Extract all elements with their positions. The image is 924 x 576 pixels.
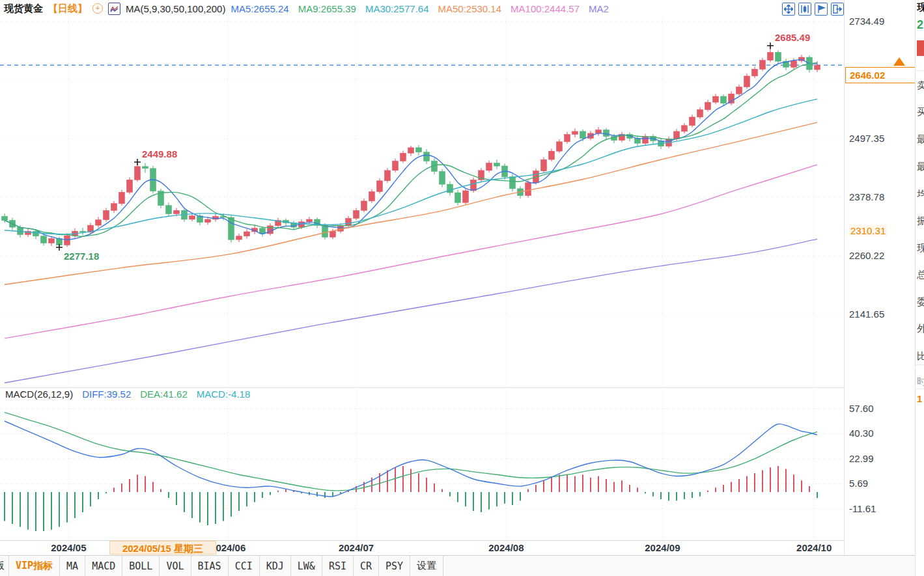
chart-header: 现货黄金 【日线】 + MA(5,9,30,50,100,200) MA5:26… [4,1,618,16]
svg-text:2449.88: 2449.88 [142,148,177,159]
add-compare-icon[interactable]: + [92,3,103,14]
time-axis-label: 2024/07 [327,542,385,553]
toolbar-tab-VIP指标[interactable]: VIP指标 [9,556,60,576]
toolbar-tab-KDJ[interactable]: KDJ [260,556,291,576]
macd-axis-label: 40.30 [849,428,874,439]
ma-value-label: MA9:2655.39 [298,3,356,14]
ma-settings-label[interactable]: MA(5,9,30,50,100,200) [126,3,225,14]
ma-value-label: MA100:2444.57 [511,3,580,14]
scale-icon[interactable] [798,3,811,16]
sidebar-row: 2 [917,18,923,32]
zigzag-icon [110,5,119,13]
ma-line-MA100 [5,165,817,338]
annotations-layer: 2449.882277.182685.49 [56,32,810,262]
macd-params-label[interactable]: MACD(26,12,9) [5,389,73,400]
price-up-arrow-icon [893,57,905,66]
svg-text:2685.49: 2685.49 [775,32,810,43]
toolbar-tab-BOLL[interactable]: BOLL [122,556,160,576]
macd-axis-label: -11.61 [849,503,876,514]
ma-line-MA200 [5,239,817,383]
sidebar-row: 卖 [917,79,924,92]
toolbar-tab-PSY[interactable]: PSY [379,556,410,576]
sidebar-row: 时 [917,376,924,388]
time-axis-label: 2024/08 [477,542,535,553]
axis-divider [844,0,845,576]
period-label[interactable]: 【日线】 [48,3,87,15]
toolbar-tab-设置[interactable]: 设置 [410,556,443,576]
price-axis-label: 2734.49 [849,16,884,27]
sidebar-row: 买 [917,106,924,118]
ma-values: MA5:2655.24MA9:2655.39MA30:2577.64MA50:2… [231,3,617,14]
quote-sidebar[interactable]: 现2卖买最最均振现总委外比时1 [915,0,924,576]
pane-divider [0,387,844,388]
sidebar-row: 均 [917,188,924,200]
time-axis-label: 2024/09 [633,542,692,553]
sidebar-row: 委 [917,296,924,309]
chart-app: 2449.882277.182685.49 现货黄金 【日线】 + MA(5,9… [0,0,924,576]
time-axis: 2024/052024/062024/072024/082024/092024/… [0,541,844,555]
toolbar-tab-MA[interactable]: MA [60,556,85,576]
macd-axis-label: 22.99 [849,453,874,464]
toolbar-tab-LW&[interactable]: LW& [291,556,322,576]
sidebar-price-badge [917,40,924,56]
ma-lines-layer [5,60,817,383]
crosshair-price-label: 2310.31 [849,225,887,236]
chart-type-icon[interactable] [108,3,120,15]
price-axis-label: 2378.78 [849,191,884,202]
macd-value: MACD:-4.18 [197,389,251,400]
toolbar-tab-CR[interactable]: CR [354,556,379,576]
time-axis-label: 2024/05 [39,542,98,553]
crosshair-date-label: 2024/05/15 星期三 [109,541,216,555]
macd-axis-label: 5.69 [849,478,868,489]
toolbar-tab-VOL[interactable]: VOL [160,556,191,576]
ma-value-label: MA2 [589,3,609,14]
sidebar-separator [916,70,924,71]
sidebar-row: 最 [917,133,924,146]
header-tools [782,3,844,16]
toolbar-tab-MACD[interactable]: MACD [85,556,122,576]
ma-value-label: MA5:2655.24 [231,3,288,14]
sidebar-row: 现 [917,242,924,254]
macd-header: MACD(26,12,9) DIFF:39.52 DEA:41.62 MACD:… [5,389,250,400]
sidebar-separator [916,364,924,365]
toolbar-tab-BIAS[interactable]: BIAS [191,556,229,576]
toolbar-tab-版[interactable]: 版 [0,556,9,576]
flag-icon[interactable] [815,3,828,16]
ma-value-label: MA50:2530.14 [438,3,501,14]
macd-layer [5,413,817,531]
indicator-toolbar: 版VIP指标MAMACDBOLLVOLBIASCCIKDJLW&RSICRPSY… [0,555,924,576]
diff-value: DIFF:39.52 [82,389,131,400]
ma-value-label: MA30:2577.64 [365,3,429,14]
sidebar-row: 比 [917,350,924,363]
sidebar-row: 1 [917,393,922,404]
grid-layer [0,16,844,540]
sidebar-row: 最 [917,161,924,173]
svg-text:2277.18: 2277.18 [64,251,99,262]
main-chart-canvas[interactable]: 2449.882277.182685.49 [0,0,844,555]
sidebar-row: 外 [917,323,924,335]
time-axis-label: 2024/10 [785,542,843,553]
sidebar-separator [916,389,924,389]
sidebar-row: 现 [917,1,924,14]
export-icon[interactable] [831,3,844,16]
instrument-title: 现货黄金 [4,3,43,15]
ma-line-MA30 [5,99,817,234]
toolbar-tab-RSI[interactable]: RSI [322,556,354,576]
sidebar-row: 总 [917,269,924,281]
current-price-tag[interactable]: 2646.02 [845,67,922,83]
sidebar-row: 振 [917,215,924,227]
price-axis-label: 2141.65 [849,309,884,320]
toolbar-tab-CCI[interactable]: CCI [229,556,260,576]
price-axis-label: 2260.22 [849,250,884,261]
move-icon[interactable] [782,3,795,16]
dea-value: DEA:41.62 [140,389,188,400]
macd-axis-label: 57.60 [849,403,874,414]
price-axis-label: 2497.35 [849,133,884,144]
